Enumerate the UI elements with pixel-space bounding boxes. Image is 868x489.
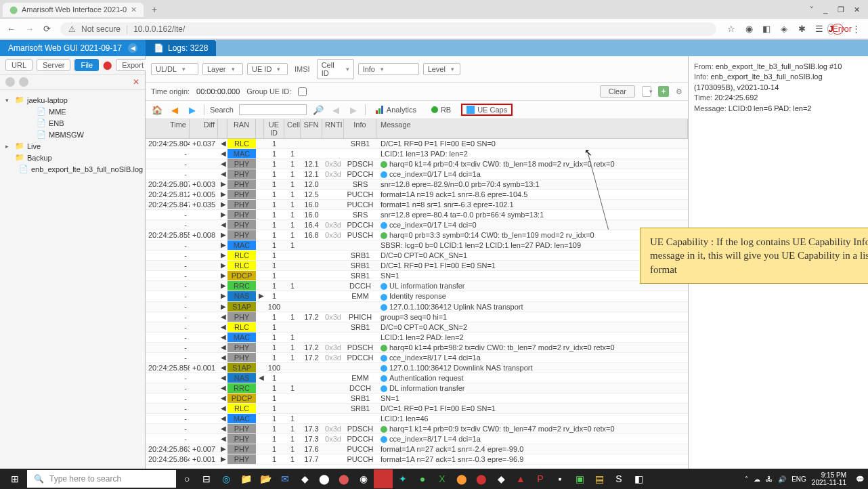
log-row[interactable]: 20:24:25.807 +0.003 ▶ PHY 1 1 12.0 SRS s… — [146, 179, 688, 190]
app-icon[interactable]: ✦ — [393, 469, 412, 488]
log-row[interactable]: - ◀ PHY 1 1 12.1 0x3d PDSCH harq=0 k1=4 … — [146, 159, 688, 169]
tray-notif-icon[interactable]: 💬 — [856, 475, 864, 483]
terminal-icon[interactable]: ▪ — [550, 469, 569, 488]
new-tab-button[interactable]: + — [146, 4, 162, 15]
app-icon[interactable]: ⬤ — [315, 469, 334, 488]
log-table-body[interactable]: 20:24:25.804 +0.037 ◀ RLC 1 SRB1 D/C=1 R… — [146, 139, 688, 489]
level-dropdown[interactable]: Level — [423, 63, 460, 75]
log-row[interactable]: - ◀ RRC 1 1 DCCH DL information transfer — [146, 383, 688, 394]
log-row[interactable]: - ◀ PHY 1 1 12.1 0x3d PDCCH cce_index=0/… — [146, 169, 688, 179]
log-row[interactable]: - ◀ MAC 1 1 LCID:1 len=2 PAD: len=2 — [146, 333, 688, 343]
ext-icon[interactable]: ✱ — [796, 24, 807, 35]
log-row[interactable]: - ▶ RLC 1 SRB1 D/C=1 RF=0 P=1 FI=00 E=0 … — [146, 261, 688, 271]
time-origin-value[interactable]: 00:00:00.000 — [196, 87, 240, 95]
close-icon[interactable]: ✕ — [131, 5, 137, 14]
prev-result-icon[interactable]: ◀ — [330, 104, 342, 116]
uldl-dropdown[interactable]: UL/DL — [151, 63, 198, 75]
tree-item[interactable]: 📄 MBMSGW — [3, 129, 142, 140]
excel-icon[interactable]: X — [433, 469, 452, 488]
taskview-icon[interactable]: ⊟ — [197, 469, 216, 488]
app-icon[interactable]: ⬤ — [452, 469, 471, 488]
log-row[interactable]: - ◀ NAS ◀ 1 EMM Authentication request — [146, 373, 688, 383]
col-time[interactable]: Time — [146, 119, 190, 138]
cellid-dropdown[interactable]: Cell ID — [317, 59, 354, 79]
ext-icon[interactable]: ◉ — [743, 24, 754, 35]
ueid-dropdown[interactable]: UE ID — [247, 63, 288, 75]
log-row[interactable]: 20:24:25.847 +0.035 ▶ PHY 1 1 16.0 PUCCH… — [146, 200, 688, 210]
settings-icon[interactable]: ⚙ — [676, 87, 682, 96]
url-button[interactable]: URL — [5, 59, 32, 71]
clear-button[interactable]: Clear — [600, 85, 635, 98]
profile-error[interactable]: J Error — [831, 24, 844, 35]
analytics-button[interactable]: Analytics — [371, 104, 421, 116]
start-button[interactable]: ⊞ — [4, 469, 26, 489]
tree-item[interactable]: 📄 enb_export_lte_b3_full_noSIB.log — [3, 163, 142, 175]
app-icon[interactable]: ⬤ — [334, 469, 353, 488]
log-row[interactable]: 20:24:25.855 +0.008 ▶ PHY 1 1 16.8 0x3d … — [146, 230, 688, 240]
rb-button[interactable]: RB — [427, 104, 456, 116]
log-row[interactable]: 20:24:25.804 +0.037 ◀ RLC 1 SRB1 D/C=1 R… — [146, 139, 688, 149]
col-ueid[interactable]: UE ID — [264, 119, 284, 138]
col-sfn[interactable]: SFN — [301, 119, 322, 138]
panel-close-icon[interactable]: ◀ — [128, 43, 137, 53]
powerpoint-icon[interactable]: P — [531, 469, 550, 488]
tree-item[interactable]: ▾ 📁 jaeku-laptop — [3, 94, 142, 106]
mail-icon[interactable]: ✉ — [276, 469, 295, 488]
tree-item[interactable]: 📁 Backup — [3, 152, 142, 163]
col-info[interactable]: Info — [344, 119, 376, 138]
log-row[interactable]: - ◀ PDCP 1 SRB1 SN=1 — [146, 394, 688, 404]
col-ran[interactable]: RAN — [227, 119, 256, 138]
logs-tab[interactable]: 📄 Logs: 3228 — [146, 40, 216, 56]
log-row[interactable]: - ▶ RLC 1 SRB1 D/C=0 CPT=0 ACK_SN=1 — [146, 251, 688, 261]
group-ueid-checkbox[interactable] — [298, 87, 307, 96]
next-result-icon[interactable]: ▶ — [347, 104, 360, 116]
tray-clock[interactable]: 9:15 PM 2021-11-11 — [812, 471, 850, 486]
tray-net-icon[interactable]: 🖧 — [766, 475, 773, 483]
col-diff[interactable]: Diff — [190, 119, 218, 138]
forward-button[interactable]: → — [25, 24, 34, 34]
app-icon[interactable]: ◆ — [492, 469, 511, 488]
tree-item[interactable]: 📄 MME — [3, 106, 142, 117]
col-rnti[interactable]: RNTI — [322, 119, 344, 138]
ext-icon[interactable]: ☰ — [814, 24, 825, 35]
ext-icon[interactable]: ◧ — [761, 24, 772, 35]
col-msg[interactable]: Message — [376, 119, 688, 138]
edge-icon[interactable]: ◎ — [217, 469, 236, 488]
app-icon[interactable]: 📂 — [256, 469, 275, 488]
chrome-icon[interactable]: ◉ — [354, 469, 373, 488]
log-row[interactable]: - ▶ PDCP 1 SRB1 SN=1 — [146, 271, 688, 281]
server-button[interactable]: Server — [37, 59, 70, 71]
reload-button[interactable]: ⟳ — [43, 24, 51, 34]
info-dropdown[interactable]: Info — [358, 63, 419, 75]
ext-icon[interactable]: ◈ — [779, 24, 789, 35]
log-row[interactable]: - ◀ PHY 1 1 17.2 0x3d PHICH group=3 seq=… — [146, 312, 688, 322]
ue-caps-button[interactable]: UE Caps — [461, 104, 513, 116]
next-icon[interactable]: ▶ — [186, 104, 198, 116]
app-icon[interactable]: ◧ — [629, 469, 648, 488]
log-row[interactable]: - ◀ RLC 1 SRB1 D/C=0 CPT=0 ACK_SN=2 — [146, 322, 688, 333]
close-button[interactable]: ✕ — [854, 5, 860, 14]
log-row[interactable]: - ▶ RRC 1 1 DCCH UL information transfer — [146, 281, 688, 291]
log-row[interactable]: - ◀ RLC 1 SRB1 D/C=1 RF=0 P=1 FI=00 E=0 … — [146, 404, 688, 414]
prev-icon[interactable]: ◀ — [169, 104, 181, 116]
tree-item[interactable]: 📄 ENB — [3, 117, 142, 129]
url-bar[interactable]: ⚠ Not secure | 10.0.0.162/lte/ — [60, 22, 716, 36]
file-button[interactable]: File — [74, 59, 99, 71]
log-row[interactable]: 20:24:25.864 +0.001 ▶ PHY 1 1 17.7 PUCCH… — [146, 454, 688, 465]
log-row[interactable]: - ◀ MAC 1 1 LCID:1 len=13 PAD: len=2 — [146, 149, 688, 159]
log-row[interactable]: - ▶ PHY 1 1 16.0 SRS snr=12.8 epre=-80.4… — [146, 210, 688, 220]
col-cell[interactable]: Cell — [284, 119, 301, 138]
star-icon[interactable]: ☆ — [726, 24, 737, 35]
taskbar-search[interactable]: 🔍 Type here to search — [27, 470, 176, 488]
binoculars-icon[interactable]: 🔎 — [312, 104, 324, 116]
app-icon[interactable]: ◆ — [295, 469, 314, 488]
export-button[interactable]: Export — [116, 59, 150, 71]
cortana-icon[interactable]: ○ — [177, 469, 196, 488]
menu-icon[interactable]: ⋮ — [850, 24, 861, 35]
log-row[interactable]: 20:24:25.812 +0.005 ▶ PHY 1 1 12.5 PUCCH… — [146, 190, 688, 200]
app-icon[interactable]: ▤ — [590, 469, 609, 488]
layer-dropdown[interactable]: Layer — [202, 63, 243, 75]
app-icon[interactable]: S — [609, 469, 628, 488]
alert-icon[interactable]: ⬤ — [103, 60, 112, 70]
log-row[interactable]: - ▶ MAC 1 1 SBSR: lcg=0 b=0 LCID:1 len=2… — [146, 240, 688, 251]
